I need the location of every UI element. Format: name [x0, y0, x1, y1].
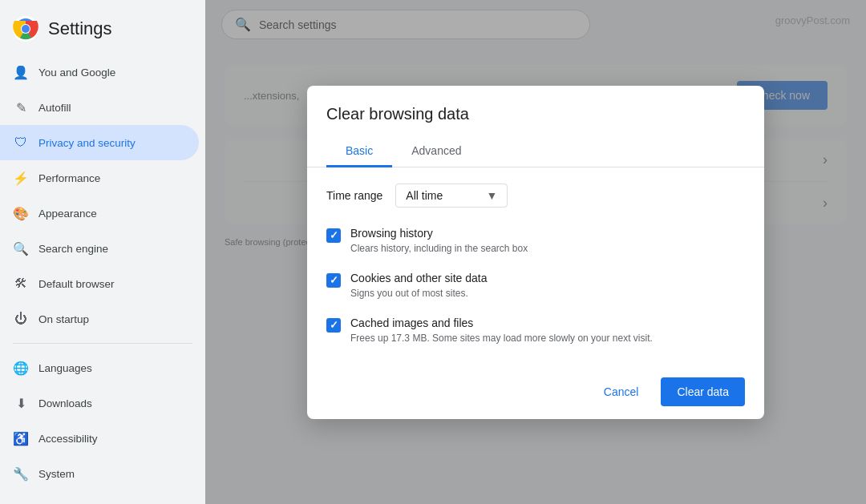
sidebar-item-performance[interactable]: ⚡ Performance	[0, 160, 199, 196]
sidebar-item-on-startup[interactable]: ⏻ On startup	[0, 301, 199, 337]
main-content: 🔍 groovyPost.com ...xtensions, Check now…	[205, 0, 866, 504]
appearance-icon: 🎨	[13, 205, 29, 221]
sidebar-item-autofill[interactable]: ✎ Autofill	[0, 90, 199, 125]
check-icon: ✓	[330, 320, 338, 330]
cancel-button[interactable]: Cancel	[588, 377, 655, 406]
sidebar-item-system[interactable]: 🔧 System	[0, 456, 199, 491]
chrome-logo-icon	[13, 16, 38, 42]
sidebar-item-label: Accessibility	[38, 433, 98, 445]
clear-data-button[interactable]: Clear data	[661, 377, 745, 406]
sidebar-header: Settings	[0, 6, 205, 54]
sidebar-item-label: Appearance	[38, 208, 97, 220]
performance-icon: ⚡	[13, 170, 29, 186]
sidebar-item-label: You and Google	[38, 67, 115, 79]
cached-images-title: Cached images and files	[350, 317, 745, 329]
language-icon: 🌐	[13, 360, 29, 376]
browser-icon: 🛠	[13, 276, 29, 292]
dropdown-arrow-icon: ▼	[486, 189, 497, 202]
sidebar-item-label: Languages	[38, 362, 92, 374]
checkbox-cached-images: ✓ Cached images and files Frees up 17.3 …	[326, 317, 745, 345]
sidebar-item-label: On startup	[38, 313, 89, 325]
browsing-history-text: Browsing history Clears history, includi…	[350, 227, 745, 256]
sidebar-item-label: Default browser	[38, 278, 115, 290]
sidebar: Settings 👤 You and Google ✎ Autofill 🛡 P…	[0, 0, 205, 504]
download-icon: ⬇	[13, 395, 29, 411]
clear-browsing-data-modal: Clear browsing data Basic Advanced Time …	[307, 86, 764, 419]
person-icon: 👤	[13, 64, 29, 80]
time-range-label: Time range	[326, 189, 382, 202]
checkbox-browsing-history: ✓ Browsing history Clears history, inclu…	[326, 227, 745, 256]
svg-point-3	[22, 25, 30, 33]
sidebar-item-label: Performance	[38, 172, 100, 184]
sidebar-title: Settings	[48, 18, 112, 39]
time-range-value: All time	[406, 189, 443, 202]
sidebar-item-label: Privacy and security	[38, 137, 136, 149]
check-icon: ✓	[330, 230, 338, 240]
sidebar-item-privacy-and-security[interactable]: 🛡 Privacy and security	[0, 125, 199, 160]
checkbox-cookies: ✓ Cookies and other site data Signs you …	[326, 272, 745, 300]
startup-icon: ⏻	[13, 311, 29, 327]
time-range-row: Time range All time ▼	[326, 183, 745, 208]
shield-icon: 🛡	[13, 135, 29, 151]
system-icon: 🔧	[13, 466, 29, 482]
sidebar-item-accessibility[interactable]: ♿ Accessibility	[0, 421, 199, 456]
modal-body: Time range All time ▼ ✓ Browsing history…	[307, 167, 764, 368]
sidebar-item-default-browser[interactable]: 🛠 Default browser	[0, 266, 199, 301]
cookies-desc: Signs you out of most sites.	[350, 286, 745, 300]
modal-overlay[interactable]: Clear browsing data Basic Advanced Time …	[205, 0, 866, 504]
modal-tabs: Basic Advanced	[307, 136, 764, 167]
browsing-history-checkbox[interactable]: ✓	[326, 228, 341, 243]
cookies-title: Cookies and other site data	[350, 272, 745, 284]
sidebar-item-label: Autofill	[38, 102, 71, 114]
cached-images-checkbox[interactable]: ✓	[326, 318, 341, 333]
sidebar-item-search-engine[interactable]: 🔍 Search engine	[0, 231, 199, 266]
browsing-history-desc: Clears history, including in the search …	[350, 241, 745, 256]
cookies-text: Cookies and other site data Signs you ou…	[350, 272, 745, 300]
modal-title: Clear browsing data	[307, 105, 764, 136]
sidebar-item-downloads[interactable]: ⬇ Downloads	[0, 385, 199, 421]
sidebar-divider	[13, 343, 192, 344]
sidebar-item-label: System	[38, 468, 75, 480]
time-range-select[interactable]: All time ▼	[395, 183, 508, 208]
cached-images-desc: Frees up 17.3 MB. Some sites may load mo…	[350, 331, 745, 345]
accessibility-icon: ♿	[13, 430, 29, 446]
check-icon: ✓	[330, 275, 338, 285]
sidebar-item-languages[interactable]: 🌐 Languages	[0, 350, 199, 385]
browsing-history-title: Browsing history	[350, 227, 745, 240]
sidebar-item-you-and-google[interactable]: 👤 You and Google	[0, 54, 199, 90]
sidebar-item-label: Downloads	[38, 397, 92, 409]
cookies-checkbox[interactable]: ✓	[326, 273, 341, 288]
tab-basic[interactable]: Basic	[326, 136, 392, 167]
cached-images-text: Cached images and files Frees up 17.3 MB…	[350, 317, 745, 345]
autofill-icon: ✎	[13, 99, 29, 115]
tab-advanced[interactable]: Advanced	[392, 136, 480, 167]
sidebar-item-appearance[interactable]: 🎨 Appearance	[0, 196, 199, 231]
search-icon: 🔍	[13, 240, 29, 256]
sidebar-item-label: Search engine	[38, 243, 108, 255]
modal-footer: Cancel Clear data	[307, 368, 764, 419]
